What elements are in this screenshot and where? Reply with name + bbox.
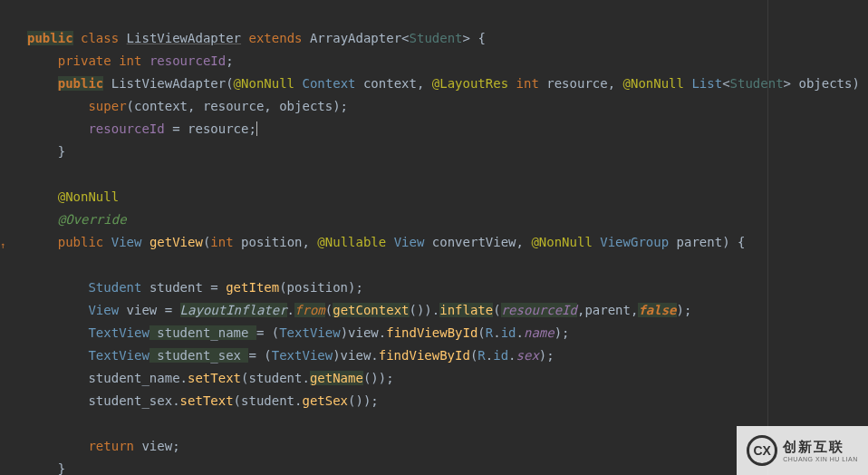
method-call: setText [188,371,241,385]
param-type: List [691,76,722,91]
class-ref: LayoutInflater [180,303,287,317]
code-line: super(context, resource, objects); [27,95,868,118]
gutter-override-marker[interactable]: ↑ [0,234,5,257]
field-name: resourceId [149,53,226,68]
param-type: ViewGroup [600,235,669,249]
code-line: @NonNull [27,186,868,208]
resource-id: sex [516,348,539,363]
annotation-override: @Override [58,212,127,227]
code-line: @Override [27,208,868,231]
generic-type: Student [410,31,463,45]
code-line: resourceId = resource; [27,118,868,141]
field-ref: resourceId [501,303,577,317]
code-line: public View getView(int position, @Nulla… [27,231,868,254]
code-line [27,254,868,276]
method-name: getView [149,235,203,249]
code-line: View view = LayoutInflater.from(getConte… [27,299,868,322]
watermark-cn: 创新互联 [783,439,858,456]
super-class: ArrayAdapter [310,31,401,45]
keyword-int: int [119,53,141,68]
cast-type: TextView [272,348,333,363]
param-type: Context [302,76,355,91]
keyword-public: public [27,31,73,45]
code-line: student_sex.setText(student.getSex()); [27,390,868,412]
annotation: @NonNull [58,189,119,204]
type: Student [88,280,141,295]
watermark-en: CHUANG XIN HU LIAN [783,456,858,462]
method-call: getItem [226,280,279,295]
code-line [27,163,868,186]
annotation: @Nullable [317,235,386,249]
annotation: @LayoutRes [432,76,508,91]
code-line: TextView student_sex = (TextView)view.fi… [27,344,868,367]
code-line: TextView student_name = (TextView)view.f… [27,322,868,344]
watermark-text: 创新互联 CHUANG XIN HU LIAN [783,439,858,462]
code-line: } [27,141,868,163]
keyword-class: class [81,31,119,45]
r-id: id [493,348,508,363]
annotation: @NonNull [623,76,684,91]
cast-type: TextView [279,325,340,340]
keyword-public: public [58,235,104,249]
method-call: getName [310,371,363,385]
method-call: findViewById [386,325,477,340]
type: TextView [88,348,149,363]
r-class: R [477,348,485,363]
text-cursor [256,121,257,136]
code-line: student_name.setText(student.getName()); [27,367,868,390]
watermark-logo-icon: CX [747,435,777,466]
param-type: View [394,235,425,249]
method-call: findViewById [379,348,470,363]
keyword-int: int [516,76,539,91]
static-method: from [294,303,325,317]
constructor-name: ListViewAdapter [111,76,226,91]
keyword-private: private [58,53,111,68]
method-call: getSex [302,393,348,408]
r-id: id [501,325,516,340]
keyword-super: super [88,99,126,113]
type: View [88,303,119,317]
field-name: resourceId [88,121,164,136]
type: TextView [88,325,149,340]
method-call: setText [180,393,234,408]
keyword-int: int [210,235,233,249]
keyword-return: return [88,439,134,453]
keyword-extends: extends [248,31,302,45]
resource-id: name [524,325,555,340]
code-line: public ListViewAdapter(@NonNull Context … [27,73,868,95]
code-line: Student student = getItem(position); [27,276,868,299]
code-line: private int resourceId; [27,50,868,73]
method-call: getContext [333,303,409,317]
keyword-public: public [58,76,104,91]
r-class: R [486,325,493,340]
return-type: View [111,235,142,249]
annotation: @NonNull [234,76,294,91]
keyword-false: false [638,303,676,317]
watermark: CX 创新互联 CHUANG XIN HU LIAN [737,426,868,475]
class-name: ListViewAdapter [127,31,241,45]
annotation: @NonNull [531,235,592,249]
code-line: public class ListViewAdapter extends Arr… [27,27,868,50]
generic-type: Student [730,76,784,91]
method-call: inflate [439,303,493,317]
code-editor[interactable]: ↑ public class ListViewAdapter extends A… [0,0,868,475]
